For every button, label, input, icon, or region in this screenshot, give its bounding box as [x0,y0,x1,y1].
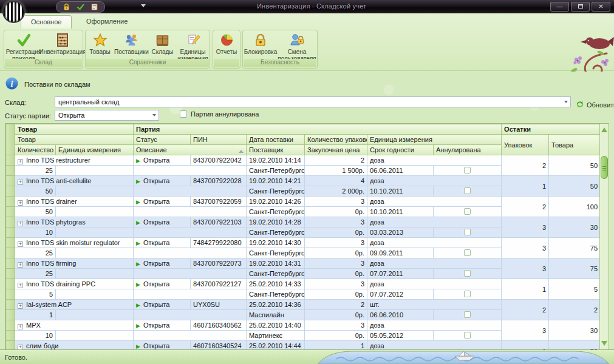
group-header-ostatki[interactable]: Остатки [502,124,601,135]
col-header-delivery-date[interactable]: Дата поставки [247,135,305,145]
expand-row-icon[interactable]: + [18,241,23,247]
col-header-stock-packages[interactable]: Упаковок [502,135,549,155]
warehouse-combobox[interactable]: центральный склад [55,96,571,107]
status-cell: ▶Открыта [134,238,191,248]
unit-cell: доза [367,320,502,331]
scroll-up-icon[interactable] [601,127,607,132]
grid-row-main[interactable]: +Inno TDS drainer▶Открыта843700792205919… [6,197,601,207]
view-caption: Поставки по складам [24,81,90,88]
expand-row-icon[interactable]: + [18,200,23,206]
smena-polzovatelya-button[interactable]: Смена пользователя [278,32,316,59]
package-count-cell: 3 [305,197,367,207]
vertical-scrollbar[interactable] [599,124,609,349]
group-header-partiya[interactable]: Партия [134,124,502,135]
status-label: Открыта [143,177,169,184]
scroll-down-icon[interactable] [601,341,607,346]
col-header-supplier[interactable]: Поставщик [247,145,305,155]
qat-dropdown-caret-icon[interactable] [141,4,146,7]
annulled-checkbox[interactable] [464,291,471,297]
tovary-button[interactable]: Товары [86,32,114,59]
crate-icon [155,33,170,49]
stock-goods-cell: 50 [549,176,601,197]
tab-osnovnoe[interactable]: Основное [21,15,72,29]
inventarizatsiya-button[interactable]: Инвентаризация [43,32,82,59]
grid-row-main[interactable]: +Ial-system ACP▶ОткрытаUYX0SU25.02.2010 … [6,300,601,310]
annulled-checkbox[interactable] [464,208,471,215]
annulled-cell [434,248,502,258]
unit-empty-cell [56,186,134,197]
batch-status-combobox[interactable]: Открыта [55,110,159,121]
annulled-checkbox[interactable] [464,167,471,174]
annulled-cell [434,207,502,217]
annulled-checkbox[interactable] [464,187,471,194]
col-header-status[interactable]: Статус [134,135,191,145]
grid-row-main[interactable]: +Inno TDS skin moistur regulator▶Открыта… [6,238,601,248]
sklady-button[interactable]: Склады [149,32,176,59]
annulled-checkbox[interactable] [464,311,471,318]
grid-row-main[interactable]: +Inno TDS restructurer▶Открыта8437007922… [6,155,601,166]
annulled-checkbox[interactable] [464,270,471,277]
lock-icon[interactable] [63,3,70,11]
grid-row-main[interactable]: +Inno TDS phytogras▶Открыта8437007922103… [6,217,601,228]
grid-row-main[interactable]: +Inno TDS anti-cellulite▶Открыта84370079… [6,176,601,186]
registratsiya-prikhoda-button[interactable]: Регистрация прихода [4,32,43,59]
product-cell: +Inno TDS skin moistur regulator [15,238,134,248]
row-indicator-cell [6,238,15,248]
unit-cell: доза [367,238,502,248]
purchase-price-cell: 0р. [305,248,367,258]
annulled-filter-checkbox[interactable] [180,110,187,118]
otchety-button[interactable]: Отчеты [213,32,240,59]
postavshchiki-button[interactable]: Поставщики [114,32,149,59]
row-indicator-cell [6,269,15,279]
blokirovka-button[interactable]: Блокировка [243,32,278,59]
grid-row-main[interactable]: +Inno TDS draining PPC▶Открыта8437007922… [6,279,601,289]
notes-icon[interactable] [90,3,98,11]
expand-row-icon[interactable]: + [18,159,23,164]
minimize-button[interactable]: — [550,2,569,12]
check-icon[interactable] [76,3,85,11]
expand-row-icon[interactable]: + [18,283,23,288]
annulled-checkbox[interactable] [464,229,471,235]
col-header-purchase-price[interactable]: Закупочная цена [305,145,367,155]
chevron-down-icon[interactable] [149,110,159,120]
window-title: Инвентаризация - Складской учет [257,2,366,10]
col-header-quantity[interactable]: Количество [15,145,56,155]
app-logo-barcode-icon[interactable] [2,1,25,23]
button-label: Блокировка [244,49,278,56]
grid-row-main[interactable]: +MPX▶Открыта460716034056225.02.2010 14:4… [6,320,601,331]
chevron-down-icon[interactable] [561,97,570,107]
col-header-annulled[interactable]: Аннулирована [434,145,502,155]
group-label: Безопасность [244,59,316,67]
col-header-expiry[interactable]: Срок годности [367,145,434,155]
status-bar: Готово. [0,349,614,364]
status-open-icon: ▶ [136,302,140,308]
status-open-icon: ▶ [136,240,140,246]
col-header-package-count[interactable]: Количество упаковок [305,135,367,145]
expand-row-icon[interactable]: + [18,303,23,309]
col-header-pin[interactable]: ПИН [191,135,247,145]
tab-oformlenie[interactable]: Оформление [77,15,137,29]
annulled-checkbox[interactable] [464,332,471,339]
expand-row-icon[interactable]: + [18,221,23,226]
col-header-tovar[interactable]: Товар [15,135,134,145]
expand-row-icon[interactable]: + [18,262,23,268]
col-header-unit2[interactable]: Единица измерения [56,145,134,155]
refresh-button[interactable]: Обновить [576,100,614,110]
col-header-unit[interactable]: Единица измерения [367,135,502,145]
expand-row-icon[interactable]: + [18,180,23,185]
col-header-description[interactable]: Описание [134,145,247,155]
maximize-button[interactable] [571,2,590,12]
close-button[interactable]: ✕ [592,2,610,12]
scrollbar-thumb[interactable] [601,156,608,179]
expiry-cell: 05.05.2012 [367,331,434,341]
expand-row-icon[interactable]: + [18,324,23,329]
edinitsy-izmereniya-button[interactable]: Единицы измерения [176,32,210,59]
grid-row-main[interactable]: +Inno TDS firming▶Открыта843700792207319… [6,258,601,269]
stock-packages-cell: 2 [502,197,549,217]
col-header-stock-goods[interactable]: Товара [549,135,601,155]
group-header-tovar[interactable]: Товар [15,124,134,135]
delivery-date-cell: 25.02.2010 14:44 [247,341,305,351]
annulled-cell [434,269,502,279]
annulled-checkbox[interactable] [464,249,471,256]
status-open-icon: ▶ [136,199,140,205]
